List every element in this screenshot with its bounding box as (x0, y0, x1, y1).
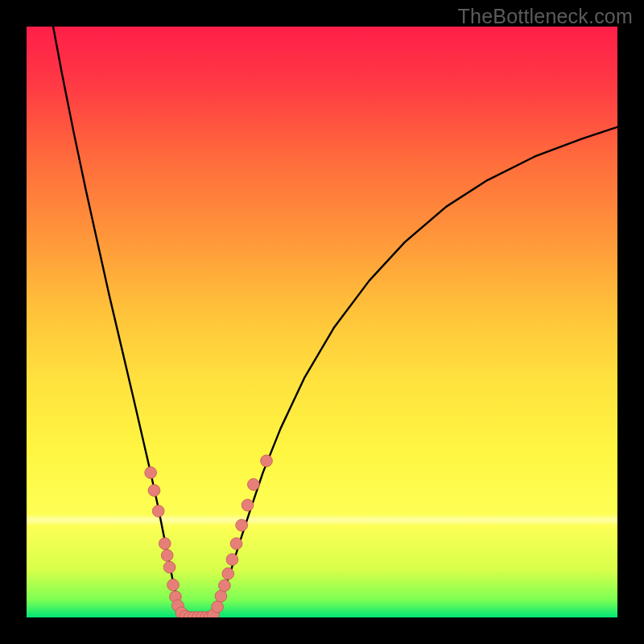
data-dot (212, 601, 224, 613)
data-dot (161, 550, 173, 562)
data-dot (236, 519, 248, 531)
data-dot (222, 568, 234, 580)
data-dot (163, 561, 175, 573)
data-dot (215, 590, 227, 602)
data-dot (159, 538, 171, 550)
data-dot (152, 506, 164, 518)
data-dot (148, 485, 160, 497)
data-dot (219, 580, 231, 592)
chart-svg (27, 27, 617, 617)
watermark-text: TheBottleneck.com (458, 5, 633, 28)
data-dot (248, 479, 260, 491)
data-dot (226, 554, 238, 566)
data-dot (242, 499, 254, 511)
chart-stage: TheBottleneck.com (0, 0, 644, 644)
plot-area (27, 27, 617, 617)
data-dot (230, 538, 242, 550)
data-dot (167, 579, 180, 591)
data-dot (145, 467, 157, 479)
data-dot (261, 455, 273, 467)
